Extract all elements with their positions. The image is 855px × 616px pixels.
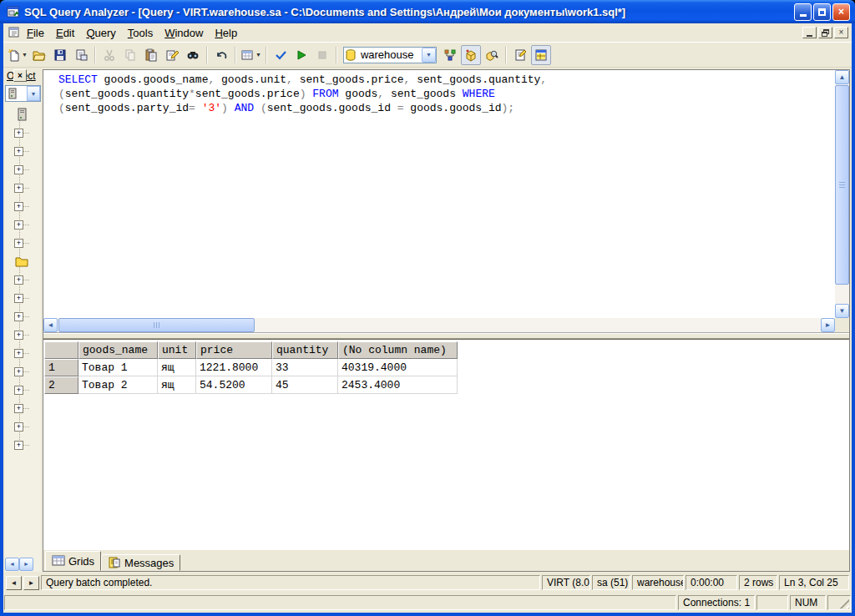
connection-properties-button[interactable] <box>510 45 530 65</box>
parse-query-button[interactable] <box>271 45 291 65</box>
menu-window[interactable]: Window <box>159 25 209 41</box>
dropdown-arrow-icon[interactable]: ▼ <box>255 52 261 58</box>
tree-expander-icon[interactable]: + <box>14 441 23 450</box>
sql-token: ( <box>261 102 267 114</box>
mdi-restore-button[interactable] <box>818 27 832 38</box>
pane-splitter[interactable] <box>43 333 849 339</box>
tree-expander-icon[interactable]: + <box>14 294 23 303</box>
server-icon[interactable] <box>14 108 28 122</box>
mdi-minimize-button[interactable] <box>802 27 817 38</box>
grid-row[interactable]: 1Товар 1ящ1221.80003340319.4000 <box>44 359 458 376</box>
tree-expander-icon[interactable]: + <box>14 239 23 248</box>
editor-horizontal-scrollbar[interactable]: ◄ ► <box>43 318 835 332</box>
execute-mode-button[interactable]: ▼ <box>240 45 262 65</box>
scroll-left-button[interactable]: ◄ <box>43 318 58 332</box>
paste-button[interactable] <box>141 45 161 65</box>
tree-expander-icon[interactable]: + <box>14 165 23 174</box>
tree-expander-icon[interactable]: + <box>14 349 23 358</box>
column-header[interactable]: price <box>196 341 272 359</box>
display-plan-button[interactable] <box>440 45 460 65</box>
row-number[interactable]: 2 <box>44 376 78 394</box>
column-header[interactable]: unit <box>158 341 196 359</box>
status-panels: VIRT (8.0)sa (51)warehouse0:00:002 rowsL… <box>542 575 849 590</box>
close-button[interactable]: × <box>832 3 850 21</box>
tree-expander-icon[interactable]: + <box>14 386 23 395</box>
resize-grip[interactable] <box>827 595 851 610</box>
folder-icon[interactable] <box>14 255 28 269</box>
scroll-right-button[interactable]: ► <box>821 318 835 332</box>
find-button[interactable] <box>183 45 203 65</box>
object-browser-button[interactable] <box>461 45 481 65</box>
tree-expander-icon[interactable]: + <box>14 312 23 321</box>
tree-expander-icon[interactable]: + <box>14 184 23 193</box>
tab-scroll-left-button[interactable]: ◄ <box>6 576 22 590</box>
tree-horizontal-scrollbar[interactable]: ◄ ► <box>5 557 41 572</box>
execute-query-button[interactable] <box>291 45 311 65</box>
row-header-corner[interactable] <box>44 341 78 359</box>
mdi-close-button[interactable]: × <box>834 27 848 38</box>
grid-cell[interactable]: 1221.8000 <box>196 359 272 376</box>
column-header[interactable]: goods_name <box>78 341 158 359</box>
tree-node-plus: + <box>5 142 41 160</box>
menu-tools[interactable]: Tools <box>122 25 159 41</box>
grid-cell[interactable]: 2453.4000 <box>338 376 458 394</box>
query-window: SELECT goods.goods_name, goods.unit, sen… <box>43 69 850 572</box>
menu-edit[interactable]: Edit <box>50 25 80 41</box>
editor-vertical-scrollbar[interactable]: ▲ ▼ <box>835 70 849 318</box>
grid-row[interactable]: 2Товар 2ящ54.5200452453.4000 <box>44 376 458 394</box>
tree-expander-icon[interactable]: + <box>14 422 23 432</box>
combo-dropdown-button[interactable]: ▼ <box>422 48 436 63</box>
vertical-scroll-track[interactable] <box>835 84 849 304</box>
menu-help[interactable]: Help <box>209 25 243 41</box>
scroll-right-button[interactable]: ► <box>19 558 33 571</box>
grid-cell[interactable]: 40319.4000 <box>338 359 458 376</box>
mdi-child-icon[interactable] <box>7 26 21 40</box>
menu-query[interactable]: Query <box>80 25 121 41</box>
scroll-left-button[interactable]: ◄ <box>5 558 19 571</box>
dropdown-arrow-icon[interactable]: ▼ <box>22 52 28 58</box>
server-combobox[interactable]: ▼ <box>5 85 41 102</box>
scroll-up-button[interactable]: ▲ <box>835 70 849 84</box>
minimize-button[interactable] <box>794 3 812 21</box>
save-button[interactable] <box>50 45 70 65</box>
load-script-button[interactable] <box>29 45 49 65</box>
tree-expander-icon[interactable]: + <box>14 147 23 156</box>
tree-expander-icon[interactable]: + <box>14 275 23 285</box>
object-browser-close-button[interactable]: × <box>13 69 27 82</box>
combo-dropdown-button[interactable]: ▼ <box>27 86 40 101</box>
tab-grids[interactable]: Grids <box>45 551 101 571</box>
tree-expander-icon[interactable]: + <box>14 404 23 413</box>
grid-cell[interactable]: Товар 2 <box>78 376 158 394</box>
menu-file[interactable]: File <box>21 25 50 41</box>
insert-template-button[interactable] <box>71 45 91 65</box>
undo-button[interactable] <box>211 45 231 65</box>
clear-window-button[interactable] <box>162 45 182 65</box>
vertical-scroll-thumb[interactable] <box>835 85 849 285</box>
grid-cell[interactable]: Товар 1 <box>78 359 158 376</box>
grid-cell[interactable]: 45 <box>272 376 338 394</box>
database-combobox[interactable]: warehouse▼ <box>343 47 437 63</box>
maximize-button[interactable] <box>813 3 831 21</box>
grid-cell[interactable]: 33 <box>272 359 338 376</box>
tab-messages[interactable]: Messages <box>101 554 180 571</box>
tree-expander-icon[interactable]: + <box>14 367 23 376</box>
object-search-button[interactable] <box>482 45 502 65</box>
scroll-down-button[interactable]: ▼ <box>835 304 849 318</box>
row-number[interactable]: 1 <box>44 359 78 376</box>
horizontal-scroll-track[interactable] <box>58 318 821 332</box>
horizontal-scroll-thumb[interactable] <box>58 318 255 332</box>
tree-expander-icon[interactable]: + <box>14 129 23 138</box>
column-header[interactable]: (No column name) <box>338 341 458 359</box>
tab-scroll-right-button[interactable]: ► <box>23 576 39 590</box>
tree-expander-icon[interactable]: + <box>14 202 23 211</box>
column-header[interactable]: quantity <box>272 341 338 359</box>
grid-cell[interactable]: ящ <box>158 359 196 376</box>
tree-expander-icon[interactable]: + <box>14 331 23 340</box>
grid-cell[interactable]: ящ <box>158 376 196 394</box>
new-query-button[interactable]: ▼ <box>6 45 28 65</box>
grid-cell[interactable]: 54.5200 <box>196 376 272 394</box>
sql-editor[interactable]: SELECT goods.goods_name, goods.unit, sen… <box>43 70 849 333</box>
sql-token: sent_goods.goods_id <box>267 102 397 114</box>
tree-expander-icon[interactable]: + <box>14 220 23 230</box>
show-results-pane-button[interactable] <box>531 45 551 65</box>
